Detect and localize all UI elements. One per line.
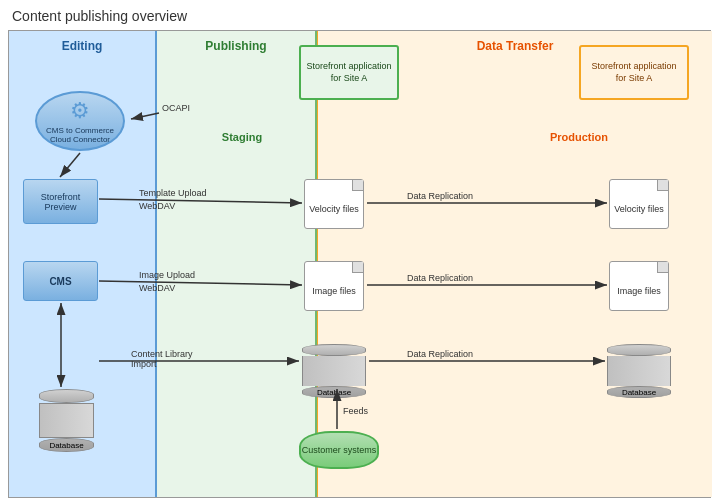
- editing-label: Editing: [9, 35, 155, 57]
- storefront-preview-label: Storefront Preview: [24, 192, 97, 212]
- database-left-container: Database: [39, 389, 94, 452]
- storefront-prod-label: Storefront application for Site A: [585, 61, 683, 84]
- database-staging-label: Database: [302, 386, 366, 398]
- image-prod-label: Image files: [617, 286, 661, 296]
- publishing-label: Publishing: [157, 35, 315, 57]
- page-title: Content publishing overview: [12, 8, 711, 24]
- content-library-label: Content Library Import: [131, 349, 193, 369]
- section-publishing: Publishing: [157, 31, 317, 497]
- velocity-prod-label: Velocity files: [614, 204, 664, 214]
- diagram-area: Editing Publishing Data Transfer ⚙ CMS t…: [8, 30, 711, 498]
- storefront-site-a-staging: Storefront application for Site A: [299, 45, 399, 100]
- image-upload-label: Image Upload WebDAV: [139, 269, 195, 294]
- data-rep-2-label: Data Replication: [407, 273, 473, 283]
- database-left-label: Database: [39, 438, 94, 452]
- image-staging-label: Image files: [312, 286, 356, 296]
- data-rep-3-label: Data Replication: [407, 349, 473, 359]
- staging-label: Staging: [177, 131, 307, 143]
- production-label: Production: [454, 131, 704, 143]
- feeds-label: Feeds: [343, 406, 368, 416]
- database-prod-container: Database: [607, 344, 671, 398]
- ocapi-label: OCAPI: [162, 103, 190, 113]
- storefront-staging-label: Storefront application for Site A: [305, 61, 393, 84]
- velocity-prod-container: Velocity files: [609, 179, 669, 229]
- customer-systems-label: Customer systems: [302, 445, 377, 456]
- storefront-site-a-prod: Storefront application for Site A: [579, 45, 689, 100]
- velocity-staging-container: Velocity files: [304, 179, 364, 229]
- data-rep-1-label: Data Replication: [407, 191, 473, 201]
- image-staging-container: Image files: [304, 261, 364, 311]
- customer-systems-box: Customer systems: [299, 431, 379, 469]
- image-prod-container: Image files: [609, 261, 669, 311]
- cms-label: CMS: [49, 276, 71, 287]
- cms-box: CMS: [23, 261, 98, 301]
- database-staging-container: Database: [302, 344, 366, 398]
- database-prod-label: Database: [607, 386, 671, 398]
- storefront-preview-box: Storefront Preview: [23, 179, 98, 224]
- connector-box: ⚙ CMS to Commerce Cloud Connector: [35, 91, 125, 151]
- diagram-container: Content publishing overview Editing Publ…: [0, 0, 719, 503]
- template-upload-label: Template Upload WebDAV: [139, 187, 207, 212]
- velocity-staging-label: Velocity files: [309, 204, 359, 214]
- connector-label: CMS to Commerce Cloud Connector: [37, 126, 123, 145]
